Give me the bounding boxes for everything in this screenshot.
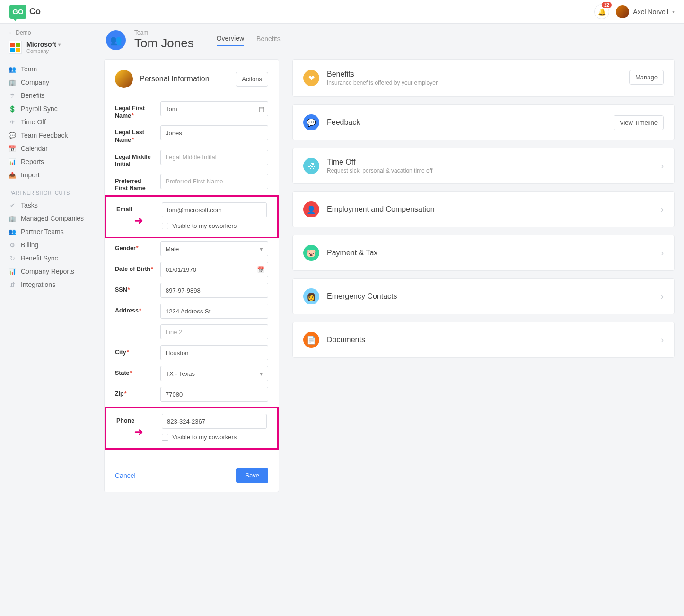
company-name: Microsoft <box>26 41 56 48</box>
chart-icon: 📊 <box>9 268 16 275</box>
sidebar-item-label: Benefit Sync <box>21 254 58 262</box>
ssn-input[interactable] <box>160 283 268 298</box>
sidebar-item-import[interactable]: 📥Import <box>9 168 91 182</box>
back-link[interactable]: ← Demo <box>9 29 91 36</box>
sidebar-item-calendar[interactable]: 📅Calendar <box>9 142 91 155</box>
sidebar-item-payroll[interactable]: 💲Payroll Sync <box>9 102 91 115</box>
building-icon: 🏢 <box>9 79 16 86</box>
gear-icon: ⚙ <box>9 242 16 249</box>
sync-icon: ↻ <box>9 255 16 262</box>
building-icon: 🏢 <box>9 215 16 222</box>
calendar-icon[interactable]: 📅 <box>257 266 264 273</box>
timeoff-card[interactable]: 🏖 Time Off Request sick, personal & vaca… <box>292 148 675 184</box>
preferred-first-name-input[interactable] <box>160 174 268 189</box>
card-title: Time Off <box>327 158 653 166</box>
address-line2-input[interactable] <box>160 324 268 339</box>
user-menu[interactable]: Axel Norvell ▾ <box>616 5 675 18</box>
phone-highlight: Phone Visible to my coworkers ➜ <box>105 407 279 450</box>
notifications-button[interactable]: 🔔 22 <box>594 4 609 19</box>
legal-last-name-input[interactable] <box>160 125 268 140</box>
piggy-icon: 🐷 <box>303 245 319 261</box>
email-label: Email <box>116 202 157 214</box>
sidebar-item-benefit-sync[interactable]: ↻Benefit Sync <box>9 252 91 265</box>
sidebar-item-billing[interactable]: ⚙Billing <box>9 238 91 252</box>
legal-middle-initial-label: Legal Middle Initial <box>115 150 156 168</box>
save-button[interactable]: Save <box>236 468 268 483</box>
chevron-right-icon: › <box>661 292 664 302</box>
card-title: Documents <box>327 336 653 344</box>
sidebar-item-feedback[interactable]: 💬Team Feedback <box>9 129 91 142</box>
email-visible-checkbox[interactable] <box>162 223 168 229</box>
gender-select[interactable]: Male▾ <box>160 241 268 256</box>
sidebar-item-reports[interactable]: 📊Reports <box>9 155 91 168</box>
benefits-card: ❤ Benefits Insurance benefits offered by… <box>292 59 675 97</box>
feedback-card: 💬 Feedback View Timeline <box>292 104 675 140</box>
sidebar-item-company-reports[interactable]: 📊Company Reports <box>9 265 91 278</box>
bell-icon: 🔔 <box>598 8 606 16</box>
sidebar-item-label: Team Feedback <box>21 131 68 139</box>
integrations-icon: ⇵ <box>9 281 16 288</box>
sidebar-item-label: Import <box>21 171 40 179</box>
document-icon: 📄 <box>303 332 319 348</box>
tab-benefits[interactable]: Benefits <box>256 35 281 45</box>
sidebar-item-partner-teams[interactable]: 👥Partner Teams <box>9 225 91 238</box>
sidebar-item-label: Benefits <box>21 92 45 99</box>
legal-last-name-label: Legal Last Name* <box>115 125 156 144</box>
sidebar-item-benefits[interactable]: ☂Benefits <box>9 89 91 102</box>
city-input[interactable] <box>160 345 268 360</box>
sidebar-item-label: Partner Teams <box>21 228 64 235</box>
sidebar-item-label: Integrations <box>21 281 55 288</box>
dollar-icon: 💲 <box>9 105 16 113</box>
sidebar-item-tasks[interactable]: ✔Tasks <box>9 199 91 212</box>
sidebar-item-label: Company <box>21 78 49 86</box>
address-line1-input[interactable] <box>160 304 268 319</box>
manage-button[interactable]: Manage <box>629 70 664 85</box>
tab-overview[interactable]: Overview <box>217 35 244 46</box>
sidebar-item-timeoff[interactable]: ✈Time Off <box>9 115 91 129</box>
main-content: 👥 Team Tom Jones Overview Benefits Perso… <box>95 24 684 616</box>
view-timeline-button[interactable]: View Timeline <box>614 115 664 130</box>
company-sub: Company <box>26 48 61 54</box>
person-icon: 👤 <box>303 201 319 217</box>
legal-first-name-input[interactable] <box>160 101 268 116</box>
page-header: 👥 Team Tom Jones Overview Benefits <box>104 29 675 51</box>
chart-icon: 📊 <box>9 158 16 165</box>
sidebar-item-integrations[interactable]: ⇵Integrations <box>9 278 91 291</box>
card-title: Personal Information <box>140 75 229 83</box>
email-visible-label: Visible to my coworkers <box>172 222 237 229</box>
contact-icon: ▤ <box>259 105 264 113</box>
arrow-icon: ➜ <box>134 426 143 438</box>
emergency-contacts-card[interactable]: 👩 Emergency Contacts › <box>292 278 675 314</box>
payment-tax-card[interactable]: 🐷 Payment & Tax › <box>292 235 675 271</box>
company-selector[interactable]: Microsoft▾ Company <box>9 41 91 54</box>
sidebar-item-label: Team <box>21 65 37 73</box>
sidebar-item-company[interactable]: 🏢Company <box>9 76 91 89</box>
state-select[interactable]: TX - Texas▾ <box>160 366 268 381</box>
logo[interactable]: GO Co <box>9 5 41 19</box>
actions-button[interactable]: Actions <box>236 72 268 87</box>
chevron-right-icon: › <box>661 205 664 215</box>
team-circle-icon: 👥 <box>106 30 126 50</box>
zip-input[interactable] <box>160 387 268 402</box>
chevron-right-icon: › <box>661 335 664 345</box>
sidebar-item-managed-companies[interactable]: 🏢Managed Companies <box>9 212 91 225</box>
phone-visible-checkbox[interactable] <box>162 434 168 441</box>
app-header: GO Co 🔔 22 Axel Norvell ▾ <box>0 0 684 24</box>
sidebar-item-label: Tasks <box>21 201 38 209</box>
import-icon: 📥 <box>9 172 16 179</box>
card-title: Employment and Compensation <box>327 205 653 214</box>
phone-input[interactable] <box>162 414 267 429</box>
address-label: Address* <box>115 304 156 315</box>
employment-card[interactable]: 👤 Employment and Compensation › <box>292 191 675 227</box>
preferred-first-name-label: Preferred First Name <box>115 174 156 192</box>
ssn-label: SSN* <box>115 283 156 294</box>
avatar <box>616 5 629 18</box>
sidebar-item-label: Reports <box>21 158 44 165</box>
email-input[interactable] <box>162 202 267 217</box>
dob-input[interactable] <box>160 262 268 277</box>
legal-middle-initial-input[interactable] <box>160 150 268 165</box>
cancel-button[interactable]: Cancel <box>115 472 136 479</box>
documents-card[interactable]: 📄 Documents › <box>292 322 675 358</box>
sidebar-item-label: Payroll Sync <box>21 105 58 113</box>
sidebar-item-team[interactable]: 👥Team <box>9 62 91 76</box>
